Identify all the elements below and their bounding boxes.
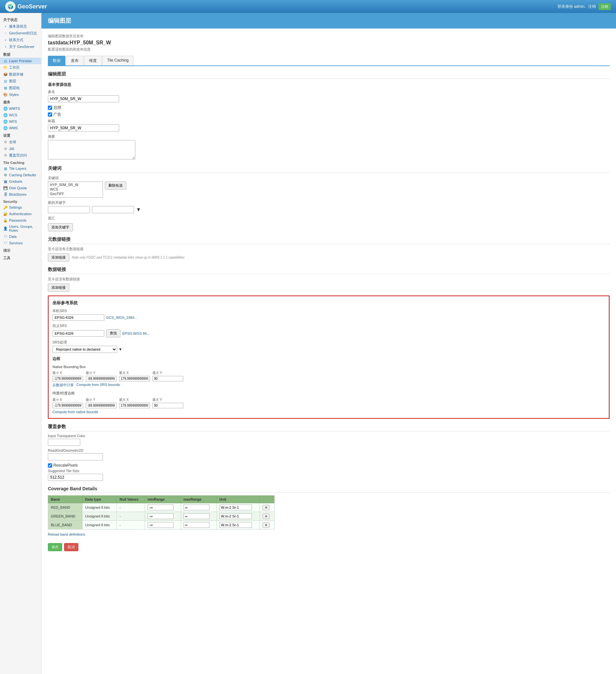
srs-handling-row: SRS处理 Reproject native to declared Keep … bbox=[52, 340, 605, 353]
sidebar-item-blobstores[interactable]: 🗄 BlobStores bbox=[0, 191, 41, 198]
sidebar-item-contact[interactable]: ● 联系方式 bbox=[0, 37, 41, 43]
tile-size-input[interactable] bbox=[48, 474, 103, 481]
logout-link[interactable]: 注销 bbox=[588, 4, 596, 9]
add-data-link-button[interactable]: 添加链接 bbox=[48, 284, 69, 292]
new-keyword-input[interactable] bbox=[48, 206, 90, 213]
tab-publish[interactable]: 发布 bbox=[66, 56, 84, 66]
sidebar-item-authentication[interactable]: 🔐 Authentication bbox=[0, 211, 41, 217]
declared-srs-input[interactable] bbox=[52, 330, 104, 337]
ad-checkbox[interactable] bbox=[48, 112, 52, 117]
tab-dimensions[interactable]: 维度 bbox=[84, 56, 102, 66]
band-remove-button[interactable]: ✕ bbox=[263, 522, 270, 528]
sidebar-item-layer-preview[interactable]: ▤ Layer Preview bbox=[0, 58, 41, 64]
band-min-input[interactable] bbox=[148, 504, 173, 511]
sidebar-item-wmts[interactable]: 🌐 WMTS bbox=[0, 105, 41, 112]
basic-info-title: 基本资源信息 bbox=[48, 82, 610, 88]
sidebar-section-services: 服务 bbox=[0, 98, 41, 105]
keyword-item: GeoTIFF bbox=[49, 192, 102, 196]
native-srs-link[interactable]: GCS_WGS_1984... bbox=[106, 316, 137, 320]
sidebar-item-logs[interactable]: □ GeoServer的日志 bbox=[0, 30, 41, 37]
sidebar-item-data-security[interactable]: 🛡 Data bbox=[0, 233, 41, 240]
native-srs-input[interactable] bbox=[52, 314, 104, 321]
band-min-input[interactable] bbox=[148, 513, 173, 519]
sidebar-item-coverage-access[interactable]: ⚙ 覆盖范访问 bbox=[0, 152, 41, 159]
band-max-input[interactable] bbox=[183, 522, 209, 528]
sidebar-item-server-status[interactable]: ● 服务器状态 bbox=[0, 23, 41, 30]
band-max-input[interactable] bbox=[183, 513, 209, 519]
max-y-label: 最大 Y bbox=[152, 371, 183, 375]
sidebar-item-stores[interactable]: 📦 数据存储 bbox=[0, 71, 41, 78]
sidebar-item-services-security[interactable]: 🛡 Services bbox=[0, 240, 41, 246]
sidebar-item-global[interactable]: ⚙ 全球 bbox=[0, 139, 41, 145]
min-y-label: 最小 Y bbox=[86, 371, 117, 375]
compute-from-data-link[interactable]: 从数据中计算 bbox=[52, 383, 74, 387]
srs-handling-label: SRS处理 bbox=[52, 340, 605, 345]
band-unit-input[interactable] bbox=[219, 513, 252, 519]
reload-band-link[interactable]: Reload band definitions bbox=[48, 532, 85, 536]
alias-input[interactable] bbox=[48, 124, 119, 132]
sidebar-item-users-groups-roles[interactable]: 👤 Users, Groups, Roles bbox=[0, 224, 41, 233]
sidebar-item-wcs[interactable]: 🌐 WCS bbox=[0, 112, 41, 118]
compute-from-srs-link[interactable]: Compute from SRS bounds bbox=[76, 383, 120, 387]
logo-text: GeoServer bbox=[17, 3, 47, 10]
bbox-compute-row: 从数据中计算 Compute from SRS bounds bbox=[52, 383, 605, 387]
tab-tile-caching[interactable]: Tile Caching bbox=[102, 56, 133, 66]
find-button[interactable]: 查找 bbox=[106, 329, 120, 337]
ll-max-y-input[interactable] bbox=[152, 403, 183, 408]
band-unit-input[interactable] bbox=[219, 522, 252, 528]
ll-min-x-input[interactable] bbox=[52, 403, 83, 408]
enabled-checkbox[interactable] bbox=[48, 106, 52, 110]
sidebar-item-styles[interactable]: 🎨 Styles bbox=[0, 91, 41, 98]
band-nullval-cell: - bbox=[117, 521, 145, 530]
sidebar-item-wfs[interactable]: 🌐 WFS bbox=[0, 118, 41, 125]
ll-min-y-input[interactable] bbox=[86, 403, 117, 408]
save-button[interactable]: 保存 bbox=[48, 543, 62, 551]
sidebar-item-passwords[interactable]: 🔒 Passwords bbox=[0, 217, 41, 224]
band-min-input[interactable] bbox=[148, 522, 173, 528]
band-nullval-cell: - bbox=[117, 503, 145, 512]
add-keyword-button[interactable]: 添加关键字 bbox=[48, 223, 73, 231]
native-min-x-input[interactable] bbox=[52, 376, 83, 381]
band-remove-button[interactable]: ✕ bbox=[263, 505, 270, 511]
native-max-y-input[interactable] bbox=[152, 376, 183, 381]
band-remove-button[interactable]: ✕ bbox=[263, 514, 270, 519]
compute-from-native-link[interactable]: Compute from native bounds bbox=[52, 410, 98, 414]
keyword-list[interactable]: HYP_50M_SR_W WCS GeoTIFF bbox=[48, 182, 103, 198]
sidebar-item-jai[interactable]: ⚙ JAI bbox=[0, 145, 41, 152]
sidebar-item-tile-layers[interactable]: ▦ Tile Layers bbox=[0, 165, 41, 172]
sidebar-item-wms[interactable]: 🌐 WMS bbox=[0, 125, 41, 131]
sidebar-item-label: 图层 bbox=[9, 79, 16, 84]
remove-filter-button[interactable]: 删除拓选 bbox=[105, 182, 126, 190]
sidebar-item-caching-defaults[interactable]: ⚙ Caching Defaults bbox=[0, 172, 41, 178]
sidebar-item-disk-quota[interactable]: 💾 Disk Quota bbox=[0, 185, 41, 191]
new-keyword-vocab-input[interactable] bbox=[92, 206, 134, 213]
wcs-icon: 🌐 bbox=[3, 113, 8, 117]
transparent-color-label: Input Transparent Color bbox=[48, 434, 610, 438]
cancel-button[interactable]: 取消 bbox=[64, 543, 78, 551]
band-max-input[interactable] bbox=[183, 504, 209, 511]
register-button[interactable]: 注销 bbox=[599, 3, 611, 10]
sidebar-item-gridsets[interactable]: ▦ Gridsets bbox=[0, 178, 41, 185]
crs-title: 坐标参考系统 bbox=[52, 300, 605, 306]
sidebar-item-workspaces[interactable]: 📁 工作区 bbox=[0, 64, 41, 71]
ll-min-x-label: 最小 X bbox=[52, 398, 83, 402]
name-input[interactable] bbox=[48, 95, 119, 102]
sidebar-item-about[interactable]: ℹ 关于 GeoServer bbox=[0, 43, 41, 50]
sidebar-item-security-settings[interactable]: 🔑 Settings bbox=[0, 204, 41, 211]
transparent-color-input[interactable] bbox=[48, 439, 80, 446]
read-grid-input[interactable] bbox=[48, 453, 103, 460]
declared-srs-link[interactable]: EPSG:WGS 84... bbox=[122, 332, 150, 335]
native-max-x-input[interactable] bbox=[119, 376, 150, 381]
ll-max-x-input[interactable] bbox=[119, 403, 150, 408]
sidebar-item-label: Caching Defaults bbox=[9, 173, 36, 177]
rescale-checkbox[interactable] bbox=[48, 463, 52, 468]
sidebar-item-layergroups[interactable]: ▦ 图层组 bbox=[0, 85, 41, 91]
tab-data[interactable]: 数据 bbox=[48, 56, 65, 66]
band-unit-input[interactable] bbox=[219, 504, 252, 511]
native-min-y-input[interactable] bbox=[86, 376, 117, 381]
abstract-textarea[interactable] bbox=[48, 140, 135, 159]
sidebar-item-layers[interactable]: ▤ 图层 bbox=[0, 78, 41, 85]
contact-icon: ● bbox=[3, 38, 8, 42]
srs-handling-select[interactable]: Reproject native to declared Keep native… bbox=[52, 346, 117, 353]
add-metadata-button[interactable]: 添加链接 bbox=[48, 253, 69, 261]
